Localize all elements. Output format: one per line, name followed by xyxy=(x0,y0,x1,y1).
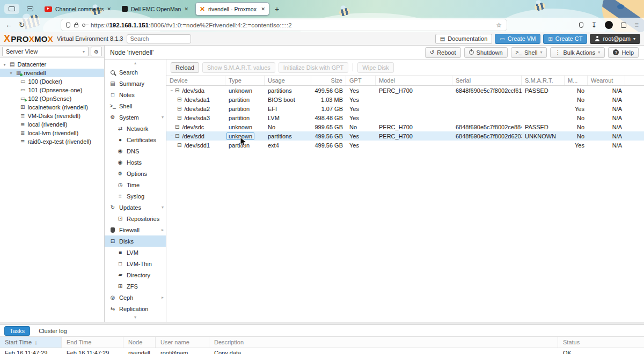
menu-icon[interactable]: ≡ xyxy=(634,21,639,29)
tab-cluster-log[interactable]: Cluster log xyxy=(36,327,69,335)
reload-button[interactable]: ↻ xyxy=(19,21,25,29)
browser-tab-proxmox[interactable]: ✕ rivendell - Proxmox Virtual Envi ✕ xyxy=(195,2,269,16)
new-tab-button[interactable]: + xyxy=(275,5,279,13)
table-row-sdd1[interactable]: ⊟/dev/sdd1 partition ext4 499.56 GB Yes … xyxy=(166,141,644,150)
column-header-device[interactable]: Device xyxy=(166,76,225,85)
view-select[interactable]: Server View▾ xyxy=(2,47,89,56)
task-row[interactable]: Feb 16 11:47:29 Feb 16 11:47:29 rivendel… xyxy=(0,348,644,354)
reboot-button[interactable]: ↺Reboot xyxy=(425,47,461,58)
nav-item-syslog[interactable]: ≡Syslog xyxy=(105,190,166,202)
column-header-user-name[interactable]: User name xyxy=(156,337,209,348)
shutdown-button[interactable]: Shutdown xyxy=(464,47,508,58)
nav-item-network[interactable]: ⇄Network xyxy=(105,123,166,134)
bookmark-star-icon[interactable]: ☆ xyxy=(496,21,502,29)
nav-item-hosts[interactable]: ◉Hosts xyxy=(105,157,166,168)
nav-item-replication[interactable]: ⇆Replication xyxy=(105,303,166,314)
column-header-model[interactable]: Model xyxy=(376,76,452,85)
wipe-disk-button[interactable]: Wipe Disk xyxy=(357,62,394,73)
address-bar[interactable]: https://192.168.1.151:8006/#v1:0:=node%2… xyxy=(61,19,507,31)
column-header-smart[interactable]: S.M.A.R.T. xyxy=(522,76,565,85)
nav-item-options[interactable]: ⚙Options xyxy=(105,168,166,179)
column-header-serial[interactable]: Serial xyxy=(452,76,522,85)
column-header-size[interactable]: Size xyxy=(311,76,346,85)
tree-settings-button[interactable]: ⚙ xyxy=(91,47,102,56)
column-header-node[interactable]: Node xyxy=(123,337,156,348)
nav-item-firewall[interactable]: Firewall▸ xyxy=(105,224,166,235)
nav-item-certificates[interactable]: ●Certificates xyxy=(105,134,166,145)
scroll-down-icon[interactable]: ▾ xyxy=(105,314,166,321)
table-row-sda1[interactable]: ⊟/dev/sda1 partition BIOS boot 1.03 MB Y… xyxy=(166,95,644,104)
sidebar-toggle-button[interactable] xyxy=(4,4,19,14)
nav-item-repositories[interactable]: ⊡Repositories xyxy=(105,213,166,224)
column-header-wearout[interactable]: Wearout xyxy=(588,76,625,85)
nav-item-notes[interactable]: □Notes xyxy=(105,89,166,100)
nav-item-search[interactable]: Search xyxy=(105,67,166,78)
tab-tasks[interactable]: Tasks xyxy=(4,326,30,336)
documentation-button[interactable]: ▤Documentation xyxy=(435,34,492,44)
column-header-mounted[interactable]: M... xyxy=(565,76,588,85)
nav-item-shell[interactable]: >_Shell xyxy=(105,100,166,112)
collapse-icon[interactable]: − xyxy=(170,88,174,93)
scroll-up-icon[interactable]: ▴ xyxy=(105,60,166,67)
nav-item-summary[interactable]: ▤Summary xyxy=(105,78,166,89)
tree-item-vm-102[interactable]: ▭102 (OpnSense) xyxy=(0,94,104,103)
create-vm-button[interactable]: ▭Create VM xyxy=(495,34,540,44)
table-row-sdd-selected[interactable]: −⊟/dev/sdd unknown partitions 499.56 GB … xyxy=(166,131,644,141)
bulk-actions-button[interactable]: ⋮Bulk Actions▾ xyxy=(550,47,605,58)
column-header-status[interactable]: Status xyxy=(558,337,644,348)
back-button[interactable]: ← xyxy=(5,21,12,29)
column-header-usage[interactable]: Usage xyxy=(265,76,311,85)
lock-icon[interactable] xyxy=(74,24,78,27)
shell-button[interactable]: >_Shell▾ xyxy=(511,47,547,58)
nav-item-updates[interactable]: ↻Updates▾ xyxy=(105,202,166,213)
reload-button[interactable]: Reload xyxy=(171,62,199,73)
nav-item-ceph[interactable]: ◎Ceph▸ xyxy=(105,292,166,303)
extensions-icon[interactable] xyxy=(621,23,626,28)
nav-item-disks[interactable]: ⊟Disks xyxy=(105,235,166,247)
table-row-sda[interactable]: −⊟/dev/sda unknown partitions 499.56 GB … xyxy=(166,86,644,95)
tree-item-raid0-exp-test[interactable]: ≣raid0-exp-test (rivendell) xyxy=(0,137,104,146)
browser-tab-dell[interactable]: Dell EMC OpenManage Server A ✕ xyxy=(118,2,192,16)
table-row-sda3[interactable]: ⊟/dev/sda3 partition LVM 498.48 GB Yes N… xyxy=(166,113,644,122)
nav-item-zfs[interactable]: ⊞ZFS xyxy=(105,281,166,292)
account-icon[interactable] xyxy=(605,21,613,29)
download-icon[interactable]: ↧ xyxy=(591,21,597,29)
tab-close-icon[interactable]: ✕ xyxy=(107,6,111,12)
global-search-input[interactable] xyxy=(127,34,191,43)
nav-item-dns[interactable]: ◉DNS xyxy=(105,145,166,157)
nav-item-directory[interactable]: ▰Directory xyxy=(105,269,166,281)
nav-item-time[interactable]: ◷Time xyxy=(105,179,166,190)
tree-item-localnetwork[interactable]: ⊞localnetwork (rivendell) xyxy=(0,103,104,112)
tab-close-icon[interactable]: ✕ xyxy=(261,6,265,12)
user-menu-button[interactable]: root@pam▾ xyxy=(590,34,640,44)
browser-tab-youtube[interactable]: Channel comments and menti ✕ xyxy=(41,2,115,16)
tree-item-vm-disks[interactable]: ≣VM-Disks (rivendell) xyxy=(0,112,104,120)
tree-item-vm-101[interactable]: ▭101 (Opnsense-one) xyxy=(0,86,104,94)
column-header-end-time[interactable]: End Time xyxy=(62,337,123,348)
help-button[interactable]: ?Help xyxy=(608,47,639,58)
collapse-icon[interactable]: − xyxy=(170,134,174,138)
tree-item-datacenter[interactable]: ▾▤Datacenter xyxy=(0,60,104,69)
tree-item-local[interactable]: ≣local (rivendell) xyxy=(0,120,104,129)
collapse-icon[interactable]: ▾ xyxy=(9,71,13,76)
tab-archive-button[interactable] xyxy=(23,4,38,14)
column-header-description[interactable]: Description xyxy=(209,337,558,348)
collapse-icon[interactable]: ▾ xyxy=(2,62,7,67)
column-header-type[interactable]: Type xyxy=(225,76,265,85)
tab-close-icon[interactable]: ✕ xyxy=(184,6,188,12)
initialize-gpt-button[interactable]: Initialize Disk with GPT xyxy=(279,62,348,73)
url-text[interactable]: https://192.168.1.151:8006/#v1:0:=node%2… xyxy=(91,22,492,28)
tree-item-vm-100[interactable]: ▭100 (Docker) xyxy=(0,77,104,86)
tree-item-rivendell[interactable]: ▾▥rivendell xyxy=(0,69,104,77)
column-header-gpt[interactable]: GPT xyxy=(346,76,376,85)
nav-item-system[interactable]: ⚙System▾ xyxy=(105,112,166,123)
tree-item-local-lvm[interactable]: ≣local-lvm (rivendell) xyxy=(0,129,104,137)
column-header-start-time[interactable]: Start Time↓ xyxy=(0,337,62,348)
table-row-sdc[interactable]: ⊟/dev/sdc unknown No 999.65 GB No PERC_H… xyxy=(166,122,644,131)
pocket-shield-icon[interactable] xyxy=(579,23,583,28)
table-row-sda2[interactable]: ⊟/dev/sda2 partition EFI 1.07 GB Yes Yes… xyxy=(166,104,644,113)
nav-item-lvm[interactable]: ■LVM xyxy=(105,247,166,258)
show-smart-button[interactable]: Show S.M.A.R.T. values xyxy=(202,62,275,73)
nav-item-lvm-thin[interactable]: □LVM-Thin xyxy=(105,258,166,269)
create-ct-button[interactable]: ⊞Create CT xyxy=(543,34,587,44)
